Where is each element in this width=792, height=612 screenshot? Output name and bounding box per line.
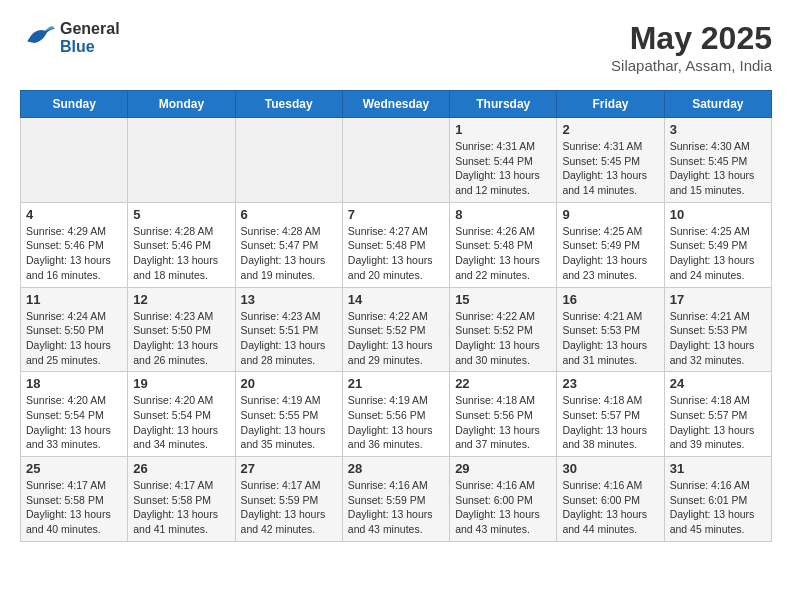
day-number: 31 — [670, 461, 766, 476]
logo-text: General Blue — [60, 20, 120, 55]
day-info: Sunrise: 4:31 AMSunset: 5:44 PMDaylight:… — [455, 139, 551, 198]
calendar-cell — [342, 118, 449, 203]
calendar-week-row: 25Sunrise: 4:17 AMSunset: 5:58 PMDayligh… — [21, 457, 772, 542]
page-header: General Blue May 2025 Silapathar, Assam,… — [20, 20, 772, 74]
day-number: 22 — [455, 376, 551, 391]
calendar-cell: 11Sunrise: 4:24 AMSunset: 5:50 PMDayligh… — [21, 287, 128, 372]
day-info: Sunrise: 4:17 AMSunset: 5:58 PMDaylight:… — [26, 478, 122, 537]
weekday-header: Wednesday — [342, 91, 449, 118]
day-info: Sunrise: 4:23 AMSunset: 5:51 PMDaylight:… — [241, 309, 337, 368]
logo-general: General — [60, 20, 120, 38]
day-number: 6 — [241, 207, 337, 222]
calendar-cell: 10Sunrise: 4:25 AMSunset: 5:49 PMDayligh… — [664, 202, 771, 287]
calendar-cell: 17Sunrise: 4:21 AMSunset: 5:53 PMDayligh… — [664, 287, 771, 372]
title-area: May 2025 Silapathar, Assam, India — [611, 20, 772, 74]
day-info: Sunrise: 4:18 AMSunset: 5:56 PMDaylight:… — [455, 393, 551, 452]
day-info: Sunrise: 4:26 AMSunset: 5:48 PMDaylight:… — [455, 224, 551, 283]
day-info: Sunrise: 4:21 AMSunset: 5:53 PMDaylight:… — [670, 309, 766, 368]
day-info: Sunrise: 4:19 AMSunset: 5:55 PMDaylight:… — [241, 393, 337, 452]
calendar-cell: 20Sunrise: 4:19 AMSunset: 5:55 PMDayligh… — [235, 372, 342, 457]
calendar-cell: 14Sunrise: 4:22 AMSunset: 5:52 PMDayligh… — [342, 287, 449, 372]
day-number: 16 — [562, 292, 658, 307]
calendar-cell: 24Sunrise: 4:18 AMSunset: 5:57 PMDayligh… — [664, 372, 771, 457]
calendar-cell: 22Sunrise: 4:18 AMSunset: 5:56 PMDayligh… — [450, 372, 557, 457]
weekday-header: Monday — [128, 91, 235, 118]
day-number: 4 — [26, 207, 122, 222]
day-number: 12 — [133, 292, 229, 307]
day-info: Sunrise: 4:18 AMSunset: 5:57 PMDaylight:… — [670, 393, 766, 452]
day-number: 11 — [26, 292, 122, 307]
calendar-cell: 13Sunrise: 4:23 AMSunset: 5:51 PMDayligh… — [235, 287, 342, 372]
day-info: Sunrise: 4:16 AMSunset: 6:00 PMDaylight:… — [562, 478, 658, 537]
day-number: 24 — [670, 376, 766, 391]
month-title: May 2025 — [611, 20, 772, 57]
day-info: Sunrise: 4:23 AMSunset: 5:50 PMDaylight:… — [133, 309, 229, 368]
calendar-cell: 18Sunrise: 4:20 AMSunset: 5:54 PMDayligh… — [21, 372, 128, 457]
header-row: SundayMondayTuesdayWednesdayThursdayFrid… — [21, 91, 772, 118]
calendar-week-row: 4Sunrise: 4:29 AMSunset: 5:46 PMDaylight… — [21, 202, 772, 287]
calendar-cell: 29Sunrise: 4:16 AMSunset: 6:00 PMDayligh… — [450, 457, 557, 542]
day-info: Sunrise: 4:29 AMSunset: 5:46 PMDaylight:… — [26, 224, 122, 283]
day-info: Sunrise: 4:31 AMSunset: 5:45 PMDaylight:… — [562, 139, 658, 198]
day-number: 27 — [241, 461, 337, 476]
day-info: Sunrise: 4:20 AMSunset: 5:54 PMDaylight:… — [133, 393, 229, 452]
day-number: 15 — [455, 292, 551, 307]
day-number: 13 — [241, 292, 337, 307]
calendar-cell: 5Sunrise: 4:28 AMSunset: 5:46 PMDaylight… — [128, 202, 235, 287]
day-number: 26 — [133, 461, 229, 476]
day-number: 9 — [562, 207, 658, 222]
day-number: 7 — [348, 207, 444, 222]
calendar-cell: 4Sunrise: 4:29 AMSunset: 5:46 PMDaylight… — [21, 202, 128, 287]
calendar-cell: 21Sunrise: 4:19 AMSunset: 5:56 PMDayligh… — [342, 372, 449, 457]
day-info: Sunrise: 4:25 AMSunset: 5:49 PMDaylight:… — [562, 224, 658, 283]
day-info: Sunrise: 4:16 AMSunset: 5:59 PMDaylight:… — [348, 478, 444, 537]
day-info: Sunrise: 4:16 AMSunset: 6:01 PMDaylight:… — [670, 478, 766, 537]
calendar-cell: 16Sunrise: 4:21 AMSunset: 5:53 PMDayligh… — [557, 287, 664, 372]
calendar-cell: 28Sunrise: 4:16 AMSunset: 5:59 PMDayligh… — [342, 457, 449, 542]
calendar-table: SundayMondayTuesdayWednesdayThursdayFrid… — [20, 90, 772, 542]
day-info: Sunrise: 4:22 AMSunset: 5:52 PMDaylight:… — [455, 309, 551, 368]
calendar-cell — [21, 118, 128, 203]
calendar-cell: 3Sunrise: 4:30 AMSunset: 5:45 PMDaylight… — [664, 118, 771, 203]
weekday-header: Thursday — [450, 91, 557, 118]
day-number: 8 — [455, 207, 551, 222]
day-number: 10 — [670, 207, 766, 222]
calendar-cell: 30Sunrise: 4:16 AMSunset: 6:00 PMDayligh… — [557, 457, 664, 542]
calendar-cell: 6Sunrise: 4:28 AMSunset: 5:47 PMDaylight… — [235, 202, 342, 287]
day-info: Sunrise: 4:19 AMSunset: 5:56 PMDaylight:… — [348, 393, 444, 452]
day-number: 14 — [348, 292, 444, 307]
weekday-header: Sunday — [21, 91, 128, 118]
day-info: Sunrise: 4:17 AMSunset: 5:58 PMDaylight:… — [133, 478, 229, 537]
calendar-cell: 8Sunrise: 4:26 AMSunset: 5:48 PMDaylight… — [450, 202, 557, 287]
day-info: Sunrise: 4:17 AMSunset: 5:59 PMDaylight:… — [241, 478, 337, 537]
calendar-cell: 1Sunrise: 4:31 AMSunset: 5:44 PMDaylight… — [450, 118, 557, 203]
day-info: Sunrise: 4:20 AMSunset: 5:54 PMDaylight:… — [26, 393, 122, 452]
day-info: Sunrise: 4:18 AMSunset: 5:57 PMDaylight:… — [562, 393, 658, 452]
day-number: 30 — [562, 461, 658, 476]
calendar-week-row: 1Sunrise: 4:31 AMSunset: 5:44 PMDaylight… — [21, 118, 772, 203]
calendar-cell: 2Sunrise: 4:31 AMSunset: 5:45 PMDaylight… — [557, 118, 664, 203]
calendar-cell: 26Sunrise: 4:17 AMSunset: 5:58 PMDayligh… — [128, 457, 235, 542]
weekday-header: Tuesday — [235, 91, 342, 118]
calendar-cell: 7Sunrise: 4:27 AMSunset: 5:48 PMDaylight… — [342, 202, 449, 287]
day-number: 3 — [670, 122, 766, 137]
day-info: Sunrise: 4:28 AMSunset: 5:46 PMDaylight:… — [133, 224, 229, 283]
calendar-cell — [235, 118, 342, 203]
day-info: Sunrise: 4:27 AMSunset: 5:48 PMDaylight:… — [348, 224, 444, 283]
day-number: 18 — [26, 376, 122, 391]
day-number: 1 — [455, 122, 551, 137]
day-number: 2 — [562, 122, 658, 137]
day-number: 28 — [348, 461, 444, 476]
logo-blue: Blue — [60, 38, 120, 56]
day-info: Sunrise: 4:22 AMSunset: 5:52 PMDaylight:… — [348, 309, 444, 368]
weekday-header: Friday — [557, 91, 664, 118]
calendar-week-row: 18Sunrise: 4:20 AMSunset: 5:54 PMDayligh… — [21, 372, 772, 457]
calendar-week-row: 11Sunrise: 4:24 AMSunset: 5:50 PMDayligh… — [21, 287, 772, 372]
day-info: Sunrise: 4:30 AMSunset: 5:45 PMDaylight:… — [670, 139, 766, 198]
day-number: 29 — [455, 461, 551, 476]
calendar-cell — [128, 118, 235, 203]
location: Silapathar, Assam, India — [611, 57, 772, 74]
day-number: 17 — [670, 292, 766, 307]
calendar-cell: 12Sunrise: 4:23 AMSunset: 5:50 PMDayligh… — [128, 287, 235, 372]
day-number: 23 — [562, 376, 658, 391]
